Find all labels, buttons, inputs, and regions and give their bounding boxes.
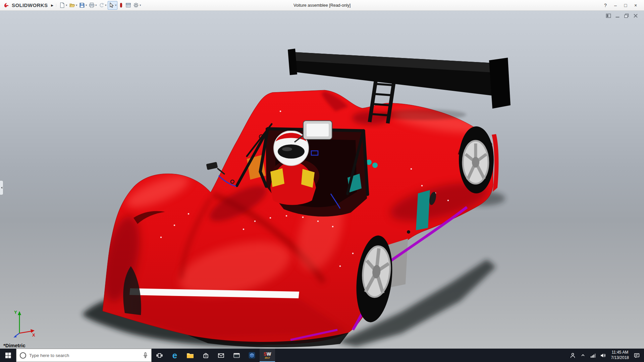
windows-taskbar: Type here to search e: [0, 349, 644, 362]
dropdown-arrow-icon[interactable]: ▾: [95, 4, 97, 7]
material-button[interactable]: [118, 1, 124, 10]
network-button[interactable]: [588, 349, 598, 362]
command-prompt-button[interactable]: [229, 349, 244, 362]
dropdown-arrow-icon[interactable]: ▾: [86, 4, 87, 7]
side-fastener: [407, 230, 410, 234]
feature-panel-collapsed-tab[interactable]: [0, 180, 3, 195]
left-mirror[interactable]: [206, 162, 225, 174]
edrawings-icon: [249, 352, 255, 359]
command-prompt-icon: [233, 353, 240, 358]
dropdown-arrow-icon[interactable]: ▾: [115, 4, 116, 7]
restore-doc-icon[interactable]: [624, 13, 630, 19]
print-button[interactable]: ▾: [88, 1, 97, 10]
system-tray: 11:45 AM 7/13/2018: [568, 349, 644, 362]
people-icon: [570, 353, 576, 358]
maximize-button[interactable]: □: [621, 3, 631, 8]
clock-time: 11:45 AM: [611, 350, 629, 355]
race-car-model[interactable]: [0, 11, 644, 349]
minimize-button[interactable]: –: [610, 3, 621, 8]
brand-name: SOLIDWORKS: [12, 2, 48, 8]
volume-icon: [600, 353, 606, 358]
volume-button[interactable]: [598, 349, 608, 362]
task-view-icon: [156, 353, 163, 358]
task-view-button[interactable]: [152, 349, 167, 362]
view-orientation-label: *Dimetric: [3, 343, 25, 348]
network-icon: [590, 353, 596, 358]
start-icon: [5, 353, 11, 358]
save-icon: [79, 2, 85, 8]
driver-suit-yellow: [270, 168, 284, 187]
material-icon: [119, 2, 123, 8]
cortana-circle-icon: [20, 352, 26, 359]
orientation-triad[interactable]: Y X: [5, 308, 37, 340]
design-table-icon: [125, 2, 131, 8]
menu-flyout-arrow-icon[interactable]: ▶: [50, 4, 56, 7]
dropdown-arrow-icon[interactable]: ▾: [76, 4, 77, 7]
dropdown-arrow-icon[interactable]: ▾: [66, 4, 67, 7]
taskbar-clock[interactable]: 11:45 AM 7/13/2018: [608, 350, 632, 360]
new-document-icon: [59, 2, 65, 8]
dropdown-arrow-icon[interactable]: ▾: [105, 4, 106, 7]
edge-button[interactable]: e: [167, 349, 182, 362]
design-table-button[interactable]: [125, 1, 132, 10]
options-gear-icon: [133, 2, 139, 8]
options-button[interactable]: ▾: [132, 1, 142, 10]
action-center-icon: [634, 353, 640, 358]
microphone-icon[interactable]: [143, 352, 148, 358]
search-placeholder: Type here to search: [29, 353, 140, 358]
open-button[interactable]: ▾: [68, 1, 78, 10]
minimize-doc-icon[interactable]: [614, 13, 621, 19]
clock-date: 7/13/2018: [611, 355, 629, 361]
undo-icon: [99, 2, 104, 8]
store-button[interactable]: [198, 349, 213, 362]
file-explorer-button[interactable]: [182, 349, 198, 362]
file-explorer-icon: [186, 352, 194, 358]
teal-side-panel[interactable]: [416, 190, 430, 230]
select-tool-button[interactable]: ▾: [108, 1, 117, 10]
teal-knob: [372, 163, 378, 168]
select-arrow-icon: [109, 2, 114, 8]
help-button[interactable]: ?: [600, 3, 610, 8]
start-button[interactable]: [0, 349, 16, 362]
close-doc-icon[interactable]: [633, 13, 639, 19]
solidworks-2017-button[interactable]: SW 2017: [260, 349, 275, 362]
solidworks-2017-icon: SW 2017: [264, 352, 271, 359]
solidworks-swirl-icon: [3, 2, 10, 9]
new-document-button[interactable]: ▾: [59, 1, 68, 10]
titlebar: SOLIDWORKS ▶ ▾ ▾ ▾ ▾: [0, 0, 644, 11]
mail-icon: [218, 353, 224, 358]
triad-y-label: Y: [14, 310, 17, 315]
close-button[interactable]: ×: [631, 3, 641, 8]
dock-pane-icon[interactable]: [605, 13, 611, 19]
edge-icon: e: [172, 351, 177, 360]
action-center-button[interactable]: [632, 349, 642, 362]
print-icon: [89, 2, 95, 8]
undo-button[interactable]: ▾: [98, 1, 107, 10]
graphics-viewport[interactable]: Y X *Dimetric: [0, 11, 644, 349]
dropdown-arrow-icon[interactable]: ▾: [140, 4, 141, 7]
mail-button[interactable]: [213, 349, 229, 362]
edrawings-button[interactable]: [244, 349, 260, 362]
people-button[interactable]: [568, 349, 578, 362]
driver-suit-yellow: [301, 169, 315, 188]
helmet-visor: [278, 144, 305, 159]
save-button[interactable]: ▾: [78, 1, 88, 10]
hidden-icons-button[interactable]: [578, 349, 588, 362]
triad-x-label: X: [32, 333, 35, 338]
store-icon: [203, 352, 209, 359]
hidden-icons-chevron-icon: [581, 353, 585, 358]
window-title: Voiture assemblee [Read-only]: [293, 3, 351, 8]
open-icon: [69, 2, 75, 8]
solidworks-logo: SOLIDWORKS: [0, 2, 50, 9]
document-window-controls: [605, 13, 639, 19]
taskbar-search-input[interactable]: Type here to search: [16, 349, 152, 362]
